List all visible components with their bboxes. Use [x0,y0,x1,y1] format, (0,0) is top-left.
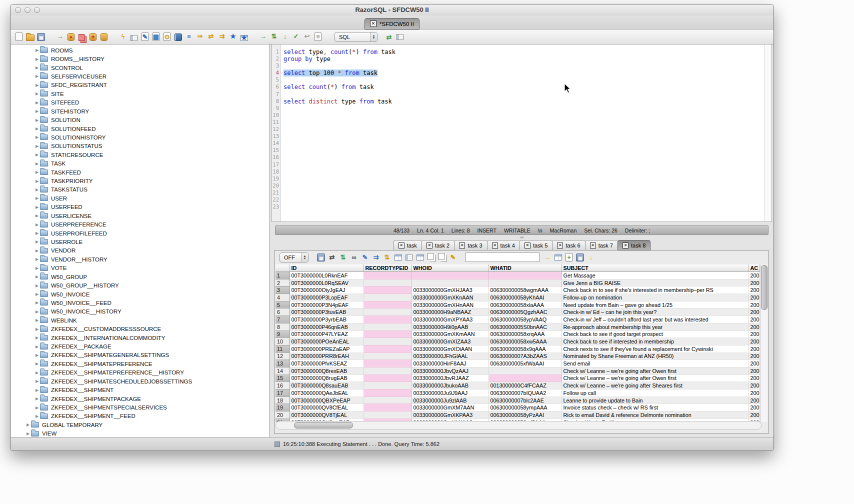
expand-triangle-icon[interactable]: ▶ [34,222,40,227]
grid-cell-subject[interactable]: Check nexis to see if they've found a re… [562,345,748,352]
row-number-cell[interactable]: 12 [276,352,290,360]
edit-notes-icon[interactable]: + [564,252,574,262]
fk-lookup-icon[interactable]: ⇉ [372,252,380,262]
grid-vertical-scrollbar[interactable] [760,264,768,422]
grid-cell-id[interactable]: 00T3000000P3tuvEAB [290,308,364,316]
expand-triangle-icon[interactable]: ▶ [34,406,40,410]
grid-cell-id[interactable]: 00T3000000L0RqSEAV [290,279,364,286]
grid-cell-whatid[interactable]: 00630000007A3bZAAS [488,352,562,360]
table-favorites-icon[interactable]: ★ [240,33,248,42]
grid-cell-recordtypeid[interactable] [364,316,412,324]
row-number-cell[interactable]: 9 [276,330,290,338]
editor-vertical-scrollbar[interactable] [764,44,772,222]
row-number-cell[interactable]: 4 [276,294,290,302]
tree-item-w50-invoice[interactable]: ▶W50_INVOICE [11,290,269,298]
grid-cell-ac[interactable]: 200 [748,338,760,346]
row-number-cell[interactable]: 7 [276,316,290,324]
tree-item-view[interactable]: ▶VIEW [11,430,269,438]
expand-triangle-icon[interactable]: ▶ [34,214,40,218]
tree-item-userprofilefeed[interactable]: ▶USERPROFILEFEED [11,229,269,238]
grid-cell-ac[interactable]: 200 [748,308,760,316]
grid-cell-whoid[interactable]: 0033000000GmXPYAA3 [412,316,488,324]
tree-item-task[interactable]: ▶TASK [11,159,269,168]
expand-triangle-icon[interactable]: ▶ [34,300,40,305]
grid-cell-recordtypeid[interactable] [364,308,412,316]
tab-close-icon[interactable]: ✕ [622,242,628,248]
grid-cell-whatid[interactable]: 006300000058wgmAAA [488,286,562,294]
expand-triangle-icon[interactable]: ▶ [34,179,40,184]
execute-sql-icon[interactable]: ϟ [118,32,128,41]
expand-triangle-icon[interactable]: ▶ [34,353,40,358]
new-database-icon[interactable]: + [88,32,98,42]
tab-close-icon[interactable]: ✕ [459,242,465,248]
save-results-icon[interactable] [316,252,326,262]
expand-triangle-icon[interactable]: ▶ [34,66,40,70]
tree-item-userpreference[interactable]: ▶USERPREFERENCE [11,220,269,228]
grid-cell-ac[interactable]: 200 [748,323,760,330]
tab-close-icon[interactable]: ✕ [557,242,563,248]
grid-cell-subject[interactable]: Get Massage [562,272,748,280]
grid-cell-whatid[interactable]: 006300000058yKhAAI [488,294,562,302]
tree-item-rooms[interactable]: ▶ROOMS [11,46,269,54]
column-sort-icon[interactable]: ⇅ [382,252,392,262]
expand-triangle-icon[interactable]: ▶ [34,126,40,131]
describe-table-icon[interactable]: ▦ [152,32,160,42]
expand-triangle-icon[interactable]: ▶ [34,379,40,384]
disconnect-icon[interactable] [78,34,86,43]
commit-icon[interactable]: ✓ [292,32,300,41]
row-number-cell[interactable]: 11 [276,345,290,352]
grid-cell-whatid[interactable]: 006300000058ypVAAQ [488,316,562,324]
grid-cell-id[interactable]: 00T3000000PREZaEAP [290,345,364,352]
grid-cell-subject[interactable]: Check back to see if interested in membe… [562,338,748,346]
expand-triangle-icon[interactable]: ▶ [34,83,40,88]
tree-item-userrole[interactable]: ▶USERROLE [11,238,269,246]
open-folder-icon[interactable] [26,33,34,42]
grid-cell-id[interactable]: 00T3000000P46qnEAB [290,323,364,330]
tree-item-user[interactable]: ▶USER [11,194,269,202]
grid-cell-whoid[interactable] [412,272,488,280]
format-sql-icon[interactable]: ⇉ [218,32,226,41]
grid-cell-subject[interactable]: Need update from Bain – gave go ahead 1/… [562,301,748,308]
log-icon[interactable]: ≡ [314,32,322,42]
grid-cell-whatid[interactable]: 00630000005S0bnAAC [488,323,562,330]
tree-item-vendor[interactable]: ▶VENDOR [11,246,269,255]
database-icon[interactable] [100,32,108,42]
result-tab-task-3[interactable]: ✕task 3 [454,240,487,250]
tree-item-solutionstatus[interactable]: ▶SOLUTIONSTATUS [11,142,269,150]
query-builder-icon[interactable] [130,33,138,42]
tree-item-solutionfeed[interactable]: ▶SOLUTIONFEED [11,124,269,133]
tab-close-icon[interactable]: ✕ [426,242,432,248]
grid-cell-whatid[interactable]: 006300000058xw5AAA [488,338,562,346]
grid-cell-recordtypeid[interactable] [364,338,412,346]
grid-cell-recordtypeid[interactable] [364,279,412,286]
expand-triangle-icon[interactable]: ▶ [34,310,40,314]
database-object-tree[interactable]: ▶ROOMS▶ROOMS__HISTORY▶SCONTROL▶SELFSERVI… [11,44,270,438]
tree-item-weblink[interactable]: ▶WEBLINK [11,316,269,324]
column-header-whatid[interactable]: WHATID [488,264,562,272]
expand-triangle-icon[interactable]: ▶ [34,344,40,349]
grid-horizontal-scrollbar[interactable] [276,421,762,430]
expand-triangle-icon[interactable]: ▶ [34,396,40,401]
grid-cell-whatid[interactable]: 00630000005QgzhAAC [488,308,562,316]
grid-cell-whatid[interactable] [488,367,562,374]
grid-cell-whatid[interactable]: 006300000058xrqAAA [488,330,562,338]
grid-cell-whatid[interactable] [488,272,562,280]
grid-cell-recordtypeid[interactable] [364,412,412,419]
grid-cell-recordtypeid[interactable] [364,272,412,280]
grid-cell-id[interactable]: 00T3000000P3yrbEAB [290,316,364,324]
favorites-icon[interactable]: ★ [228,32,238,41]
expand-triangle-icon[interactable]: ▶ [34,318,40,322]
expand-triangle-icon[interactable]: ▶ [25,422,31,427]
grid-cell-subject[interactable]: Check-in w/ Ed – can he join this year? [562,308,748,316]
tab-close-icon[interactable]: ✕ [370,20,376,27]
open-in-window-icon[interactable] [554,252,562,262]
grid-cell-ac[interactable]: 200 [748,330,760,338]
result-tab-task-4[interactable]: ✕task 4 [487,240,520,250]
expand-triangle-icon[interactable]: ▶ [34,162,40,166]
grid-cell-whatid[interactable]: 006300000058x9qAAA [488,345,562,352]
tab-close-icon[interactable]: ✕ [590,242,596,248]
grid-cell-subject[interactable]: Check-in w/ Jeff – couldn't afford last … [562,316,748,324]
expand-triangle-icon[interactable]: ▶ [34,240,40,244]
grid-cell-ac[interactable]: 200 [748,412,760,419]
expand-triangle-icon[interactable]: ▶ [34,257,40,262]
